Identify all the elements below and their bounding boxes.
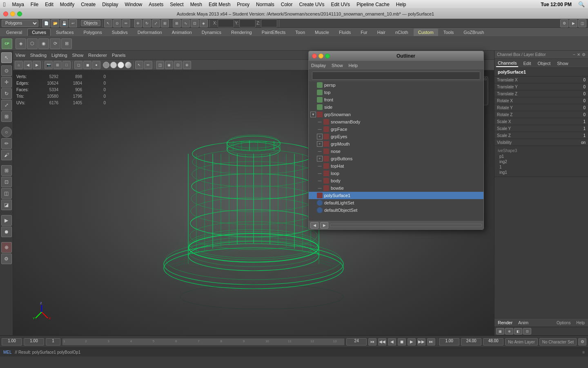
shelf-icon-5[interactable]: ⊞ bbox=[61, 38, 72, 49]
outliner-top[interactable]: top bbox=[309, 89, 483, 96]
timeline-bar[interactable]: 1 2 3 4 5 6 7 8 9 10 11 12 13 bbox=[62, 338, 345, 346]
cb-close-icon[interactable]: ✕ bbox=[577, 52, 580, 57]
ipr-icon[interactable]: ◫ bbox=[578, 19, 586, 27]
vp-smooth-icon[interactable]: ● bbox=[92, 61, 100, 69]
outliner-scroll-left[interactable]: ◀ bbox=[310, 222, 318, 229]
outliner-front[interactable]: front bbox=[309, 96, 483, 103]
select-menu[interactable]: Select bbox=[170, 2, 183, 7]
outliner-grpeyes[interactable]: + grpEyes bbox=[309, 133, 483, 140]
assets-menu[interactable]: Assets bbox=[149, 2, 163, 7]
vp-wireframe-icon[interactable]: ◻ bbox=[74, 61, 82, 69]
pb-start-btn[interactable]: ⏮ bbox=[368, 338, 376, 346]
outliner-persp[interactable]: persp bbox=[309, 81, 483, 89]
move-icon[interactable]: ✛ bbox=[134, 19, 142, 27]
outliner-scroll-right[interactable]: ▶ bbox=[320, 222, 328, 229]
tab-animation[interactable]: Animation bbox=[167, 29, 196, 36]
scale-tool-btn[interactable]: ⤢ bbox=[1, 100, 12, 110]
outliner-grpmouth[interactable]: + grpMouth bbox=[309, 140, 483, 148]
render-settings-icon[interactable]: ⚙ bbox=[560, 19, 568, 27]
vp-view-menu[interactable]: View bbox=[16, 53, 25, 58]
vp-cam-icon[interactable]: 📷 bbox=[45, 61, 53, 69]
undo-icon[interactable]: ↩ bbox=[69, 19, 77, 27]
cb-tab-show[interactable]: Show bbox=[555, 60, 570, 67]
tab-toon[interactable]: Toon bbox=[291, 29, 310, 36]
help-menu[interactable]: Help bbox=[396, 2, 406, 7]
normals-menu[interactable]: Normals bbox=[256, 2, 274, 7]
window-menu[interactable]: Window bbox=[125, 2, 143, 7]
outliner-loop[interactable]: — loop bbox=[309, 170, 483, 177]
outliner-hscroll[interactable] bbox=[330, 224, 482, 227]
tab-ncloth[interactable]: nCloth bbox=[391, 29, 413, 36]
render-icon[interactable]: ▶ bbox=[569, 19, 577, 27]
grpmouth-expand-btn[interactable]: + bbox=[317, 141, 323, 147]
outliner-grpbuttons[interactable]: + grpButtons bbox=[309, 155, 483, 162]
tab-dynamics[interactable]: Dynamics bbox=[197, 29, 226, 36]
tab-tools[interactable]: Tools bbox=[439, 29, 459, 36]
mode-dropdown[interactable]: Polygons Animation Rendering Dynamics nD… bbox=[2, 20, 38, 27]
grpbuttons-expand-btn[interactable]: + bbox=[317, 156, 323, 162]
cp-icon[interactable]: CP bbox=[2, 38, 12, 49]
timeline-frame-input[interactable]: 1 bbox=[46, 338, 60, 346]
no-char-set[interactable]: No Character Set bbox=[539, 338, 577, 346]
mesh-menu[interactable]: Mesh bbox=[190, 2, 202, 7]
tab-rendering[interactable]: Rendering bbox=[227, 29, 256, 36]
outliner-search-input[interactable] bbox=[312, 72, 480, 80]
create-menu[interactable]: Create bbox=[81, 2, 96, 7]
save-scene-icon[interactable]: 💾 bbox=[60, 19, 68, 27]
tab-subdivs[interactable]: Subdivs bbox=[107, 29, 132, 36]
outliner-grpsnowman[interactable]: ▼ grpSnowman bbox=[309, 111, 483, 118]
cb-shape-item-2[interactable]: ing2 bbox=[498, 159, 585, 164]
light3-icon[interactable] bbox=[118, 62, 124, 68]
outliner-defaultlightset[interactable]: defaultLightSet bbox=[309, 199, 483, 206]
tab-fluids[interactable]: Fluids bbox=[334, 29, 355, 36]
vp-shaded-icon[interactable]: ◼ bbox=[83, 61, 91, 69]
new-scene-icon[interactable]: 📄 bbox=[42, 19, 50, 27]
cb-scale-y[interactable]: Scale Y 1 bbox=[494, 125, 588, 132]
search-icon[interactable]: 🔍 bbox=[578, 1, 585, 7]
snap-grid-icon[interactable]: ⊞ bbox=[173, 19, 181, 27]
sculpt-btn[interactable]: ✏ bbox=[1, 138, 12, 149]
vp-render-region-icon[interactable]: ◫ bbox=[156, 61, 164, 69]
x-input[interactable] bbox=[218, 19, 234, 27]
outliner-body[interactable]: — body bbox=[309, 177, 483, 184]
y-input[interactable] bbox=[239, 19, 256, 27]
display-wire-btn[interactable]: ⊡ bbox=[1, 177, 12, 187]
rotate-tool-btn[interactable]: ↻ bbox=[1, 88, 12, 99]
tab-surfaces[interactable]: Surfaces bbox=[51, 29, 78, 36]
cb-icon-2[interactable]: ⊕ bbox=[505, 328, 513, 334]
display-menu[interactable]: Display bbox=[102, 2, 118, 7]
outliner-show-menu[interactable]: Show bbox=[332, 63, 343, 68]
audio-time-input[interactable]: 48.00 bbox=[483, 338, 503, 346]
outliner-polysurface1[interactable]: polySurface1 bbox=[309, 192, 483, 199]
edit-menu[interactable]: Edit bbox=[45, 2, 53, 7]
vp-next-view-icon[interactable]: ▶ bbox=[33, 61, 41, 69]
cb-icon-3[interactable]: ◧ bbox=[514, 328, 522, 334]
grpsnowman-expand-btn[interactable]: ▼ bbox=[310, 112, 316, 117]
tab-muscle[interactable]: Muscle bbox=[310, 29, 334, 36]
display-grid-btn[interactable]: ⊞ bbox=[1, 165, 12, 176]
light1-icon[interactable] bbox=[103, 62, 109, 68]
outliner-maximize-btn[interactable] bbox=[325, 54, 330, 58]
lasso-icon[interactable]: ⊙ bbox=[113, 19, 121, 27]
outliner-side[interactable]: side bbox=[309, 103, 483, 111]
select-icon[interactable]: ↖ bbox=[104, 19, 112, 27]
maximize-button[interactable] bbox=[17, 11, 22, 16]
pb-prev-btn[interactable]: ◀◀ bbox=[378, 338, 386, 346]
cb-scale-x[interactable]: Scale X 1 bbox=[494, 118, 588, 125]
timeline-current-input[interactable]: 1.00 bbox=[24, 338, 44, 346]
outliner-grpface[interactable]: — grpFace bbox=[309, 126, 483, 133]
edituvs-menu[interactable]: Edit UVs bbox=[331, 2, 350, 7]
apple-menu[interactable]:  bbox=[3, 1, 5, 8]
cb-tab-channels[interactable]: Channels bbox=[496, 60, 518, 67]
cb-rotate-x[interactable]: Rotate X 0 bbox=[494, 97, 588, 104]
color-menu[interactable]: Color bbox=[281, 2, 293, 7]
outliner-tophat[interactable]: — topHat bbox=[309, 162, 483, 170]
vp-select-icon[interactable]: ↖ bbox=[135, 61, 143, 69]
display-textured-btn[interactable]: ◪ bbox=[1, 200, 12, 210]
cb-icon-1[interactable]: ▦ bbox=[496, 328, 504, 334]
cb-anim-tab[interactable]: Anim bbox=[517, 319, 530, 326]
universal-tool-btn[interactable]: ⊞ bbox=[1, 111, 12, 122]
cb-options-tab[interactable]: Options bbox=[555, 320, 572, 326]
vp-xray-icon[interactable]: ⊡ bbox=[174, 61, 182, 69]
tab-deformation[interactable]: Deformation bbox=[133, 29, 167, 36]
